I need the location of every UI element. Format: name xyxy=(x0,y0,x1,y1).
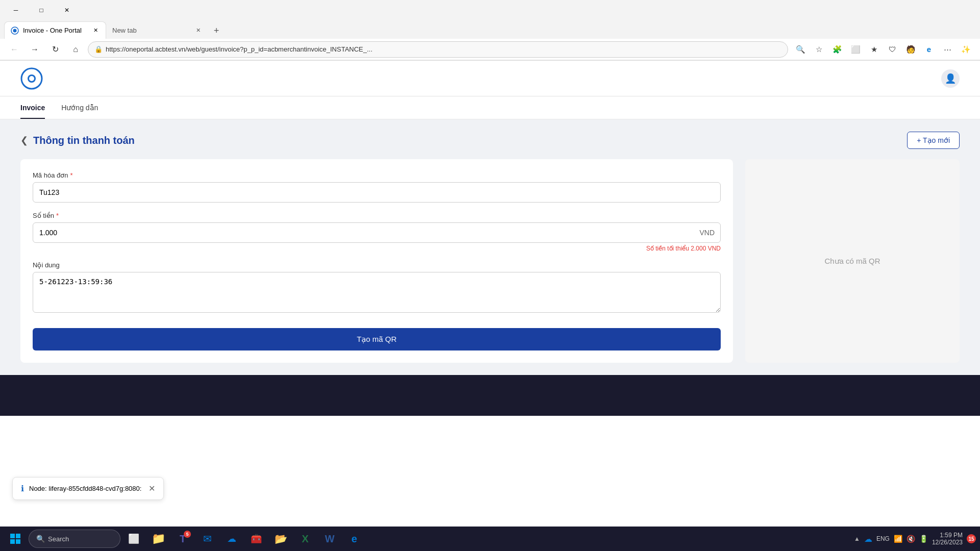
notification-icon: ℹ xyxy=(21,484,24,493)
tab-newtab[interactable]: New tab ✕ xyxy=(106,21,208,39)
teams-badge: 5 xyxy=(184,531,191,538)
address-bar: ← → ↻ ⌂ 🔒 https://oneportal.acbtest.vn/w… xyxy=(0,39,980,60)
edge-taskbar-icon: e xyxy=(351,533,357,545)
edge-icon[interactable]: e xyxy=(921,41,937,58)
language-indicator[interactable]: ENG xyxy=(876,535,890,542)
main-area: ❮ Thông tin thanh toán + Tạo mới Mã hóa … xyxy=(0,119,980,375)
invoice-code-label: Mã hóa đơn * xyxy=(33,171,721,179)
system-tray: ▲ ☁ ENG 📶 🔇 🔋 1:59 PM 12/26/2023 15 xyxy=(854,532,976,546)
split-view-button[interactable]: ⬜ xyxy=(847,41,864,58)
read-aloud-button[interactable]: 🔍 xyxy=(792,41,808,58)
svg-rect-6 xyxy=(16,534,20,538)
svg-rect-8 xyxy=(16,539,20,544)
title-bar: ─ □ ✕ xyxy=(0,0,980,20)
amount-input[interactable] xyxy=(33,222,721,243)
maximize-button[interactable]: □ xyxy=(30,2,53,18)
app4-icon: 🧰 xyxy=(251,533,262,544)
amount-required-mark: * xyxy=(56,212,59,219)
dark-footer xyxy=(0,375,980,416)
onedrive-button[interactable]: ☁ xyxy=(220,528,243,550)
file-explorer-button[interactable]: 📁 xyxy=(147,528,169,550)
search-label: Search xyxy=(48,535,69,543)
refresh-button[interactable]: ↻ xyxy=(47,41,63,58)
amount-input-wrapper: VND xyxy=(33,222,721,243)
favorites-button[interactable]: ★ xyxy=(866,41,882,58)
outlook-button[interactable]: ✉ xyxy=(196,528,218,550)
tab-invoice-label: Invoice - One Portal xyxy=(23,27,82,34)
site-header: 👤 xyxy=(0,61,980,96)
tray-show-hidden[interactable]: ▲ xyxy=(854,535,860,542)
tab-newtab-close[interactable]: ✕ xyxy=(194,26,202,34)
minimize-button[interactable]: ─ xyxy=(4,2,28,18)
back-button[interactable]: ❮ xyxy=(20,135,28,146)
onedrive-icon: ☁ xyxy=(227,533,236,544)
file-manager-button[interactable]: 📂 xyxy=(270,528,292,550)
wifi-icon[interactable]: 📶 xyxy=(894,535,902,543)
user-menu-button[interactable]: 👤 xyxy=(941,69,960,88)
task-view-icon: ⬜ xyxy=(128,533,139,544)
close-button[interactable]: ✕ xyxy=(55,2,79,18)
qr-panel: Chưa có mã QR xyxy=(745,159,960,363)
create-new-label: + Tạo mới xyxy=(917,136,950,144)
generate-qr-button[interactable]: Tạo mã QR xyxy=(33,328,721,350)
tab-invoice[interactable]: Invoice - One Portal ✕ xyxy=(4,21,106,39)
amount-group: Số tiền * VND Số tiền tối thiểu 2.000 VN… xyxy=(33,212,721,252)
tab-newtab-label: New tab xyxy=(112,27,137,34)
back-nav-button[interactable]: ← xyxy=(6,41,22,58)
taskbar-clock[interactable]: 1:59 PM 12/26/2023 xyxy=(932,532,963,546)
more-options-button[interactable]: ⋯ xyxy=(939,41,955,58)
nav-invoice[interactable]: Invoice xyxy=(20,96,45,119)
start-button[interactable] xyxy=(4,528,27,550)
svg-point-4 xyxy=(29,76,34,81)
taskbar: 🔍 Search ⬜ 📁 T 5 ✉ ☁ 🧰 📂 X W e ▲ ☁ ENG 📶… xyxy=(0,527,980,551)
notification-close-button[interactable]: ✕ xyxy=(149,484,155,493)
home-button[interactable]: ⌂ xyxy=(67,41,84,58)
star-button[interactable]: ☆ xyxy=(811,41,827,58)
page-header: ❮ Thông tin thanh toán + Tạo mới xyxy=(20,132,960,149)
acb-logo xyxy=(20,67,43,90)
content-group: Nội dung xyxy=(33,261,721,315)
shield-button[interactable]: 🛡 xyxy=(884,41,900,58)
create-new-button[interactable]: + Tạo mới xyxy=(907,132,960,149)
copilot-button[interactable]: ✨ xyxy=(958,41,974,58)
amount-label: Số tiền * xyxy=(33,212,721,219)
word-icon: W xyxy=(325,533,335,545)
taskbar-search[interactable]: 🔍 Search xyxy=(29,530,120,548)
url-bar[interactable]: 🔒 https://oneportal.acbtest.vn/web/guest… xyxy=(88,41,788,58)
lock-icon: 🔒 xyxy=(94,45,103,53)
excel-icon: X xyxy=(302,533,308,545)
svg-rect-5 xyxy=(10,534,15,538)
qr-placeholder: Chưa có mã QR xyxy=(824,257,880,266)
notification-count-badge[interactable]: 15 xyxy=(967,534,976,543)
amount-unit: VND xyxy=(699,229,715,237)
page-content: 👤 Invoice Hướng dẫn ❮ Thông tin thanh to… xyxy=(0,61,980,416)
windows-logo-icon xyxy=(9,533,21,545)
site-nav: Invoice Hướng dẫn xyxy=(0,96,980,119)
nav-guide[interactable]: Hướng dẫn xyxy=(61,96,98,119)
onedrive-tray-icon[interactable]: ☁ xyxy=(864,534,872,544)
excel-button[interactable]: X xyxy=(294,528,316,550)
content-label: Nội dung xyxy=(33,261,721,269)
teams-button[interactable]: T 5 xyxy=(172,528,194,550)
profile-button[interactable]: 🧑 xyxy=(902,41,919,58)
clock-date: 12/26/2023 xyxy=(932,539,963,546)
page-header-left: ❮ Thông tin thanh toán xyxy=(20,135,135,146)
word-button[interactable]: W xyxy=(318,528,341,550)
tab-invoice-close[interactable]: ✕ xyxy=(91,27,100,35)
invoice-code-group: Mã hóa đơn * xyxy=(33,171,721,203)
forward-nav-button[interactable]: → xyxy=(27,41,43,58)
battery-icon[interactable]: 🔋 xyxy=(919,535,928,543)
content-textarea[interactable] xyxy=(33,272,721,313)
file-explorer-icon: 📁 xyxy=(152,532,165,545)
volume-icon[interactable]: 🔇 xyxy=(906,535,915,543)
extensions-button[interactable]: 🧩 xyxy=(829,41,845,58)
new-tab-button[interactable]: + xyxy=(208,22,225,39)
page-title: Thông tin thanh toán xyxy=(33,135,135,146)
edge-taskbar-button[interactable]: e xyxy=(343,528,365,550)
required-mark: * xyxy=(70,171,72,179)
form-panel: Mã hóa đơn * Số tiền * VND Số tiền tối t… xyxy=(20,159,733,363)
invoice-code-input[interactable] xyxy=(33,182,721,203)
app4-button[interactable]: 🧰 xyxy=(245,528,267,550)
task-view-button[interactable]: ⬜ xyxy=(122,528,145,550)
notification-bar: ℹ Node: liferay-855cfdd848-cvd7g:8080: ✕ xyxy=(12,477,164,500)
